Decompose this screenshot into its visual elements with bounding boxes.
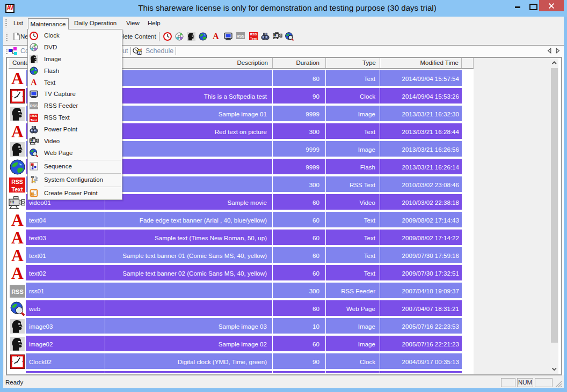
scroll-down-button[interactable] bbox=[550, 365, 558, 374]
nav-left-icon[interactable] bbox=[547, 48, 551, 54]
chevron-up-icon bbox=[550, 58, 558, 68]
app-window: AV This shareware license is only for de… bbox=[0, 0, 567, 392]
table-row-11[interactable]: Atext01Sample text banner 01 (Comic Sans… bbox=[9, 247, 474, 265]
title-bar[interactable]: AV This shareware license is only for de… bbox=[0, 0, 567, 17]
cell-modified-time: 2005/07/16 22:23:53 bbox=[380, 318, 462, 335]
cell-description: Sample image 01 bbox=[105, 106, 273, 122]
menu-option-dvd[interactable]: DVD bbox=[28, 42, 122, 54]
resize-grip[interactable] bbox=[555, 381, 562, 388]
cell-modified-time: 2013/03/21 16:32:30 bbox=[380, 106, 462, 122]
menu-option-system-configuration[interactable]: System Configuration bbox=[28, 174, 122, 186]
dvd-tool-icon[interactable] bbox=[175, 32, 184, 41]
column-header-blank bbox=[462, 58, 474, 68]
svg-text:A: A bbox=[11, 265, 24, 282]
menu-option-rss-text[interactable]: RSSTextRSS Text bbox=[28, 112, 122, 124]
menu-option-sequence[interactable]: Sequence bbox=[28, 161, 122, 173]
cell-type: Web Page bbox=[326, 300, 380, 317]
menu-option-tv-capture[interactable]: TV Capture bbox=[28, 88, 122, 100]
cell-duration: 10 bbox=[273, 318, 326, 335]
table-row-9[interactable]: Atext04Fade edge text banner (Arial , 40… bbox=[9, 212, 474, 230]
svg-text:RSS: RSS bbox=[11, 289, 24, 295]
svg-text:RSS: RSS bbox=[30, 104, 38, 108]
cell-type: Clock bbox=[326, 88, 380, 105]
vertical-scrollbar[interactable] bbox=[550, 58, 558, 374]
close-icon bbox=[549, 3, 554, 9]
menu-option-label: Text bbox=[44, 77, 55, 89]
ppt-tool-icon[interactable] bbox=[261, 32, 270, 41]
menu-option-label: Web Page bbox=[44, 147, 73, 159]
sysconfig-icon bbox=[30, 175, 38, 184]
menu-option-video[interactable]: Video bbox=[28, 136, 122, 147]
menu-option-power-point[interactable]: Power Point bbox=[28, 124, 122, 136]
clock-tool-icon[interactable] bbox=[163, 32, 172, 41]
flash-tool-icon[interactable] bbox=[199, 32, 208, 41]
status-text: Ready bbox=[5, 379, 23, 386]
menu-option-rss-feeder[interactable]: RSSRSS Feeder bbox=[28, 100, 122, 112]
cell-type: Text bbox=[326, 212, 380, 228]
rsstext-tool-icon[interactable]: RSSText bbox=[249, 32, 258, 41]
table-row-15[interactable]: image03Sample image 0310Image2005/07/16 … bbox=[9, 318, 474, 336]
cell-type: Flash bbox=[326, 159, 380, 175]
viewbar-nav bbox=[547, 48, 560, 55]
menu-item-daily-operation[interactable]: Daily Operation bbox=[74, 17, 117, 29]
text-icon: A bbox=[9, 230, 26, 246]
table-row-16[interactable]: image02Sample image 0260Image2005/07/16 … bbox=[9, 336, 474, 353]
menu-option-text[interactable]: AText bbox=[28, 77, 122, 89]
table-row-14[interactable]: web60Web Page2007/04/07 18:31:21 bbox=[9, 300, 474, 318]
blank-icon bbox=[9, 371, 26, 373]
tv-tool-icon[interactable] bbox=[224, 32, 233, 41]
status-pane-num: NUM bbox=[517, 378, 533, 387]
image-tool-icon[interactable] bbox=[187, 32, 196, 41]
column-header-description[interactable]: Description bbox=[105, 58, 273, 68]
flash-icon bbox=[30, 66, 38, 75]
menu-option-image[interactable]: Image bbox=[28, 54, 122, 65]
table-row-12[interactable]: Atext02Sample text banner 02 (Comic Sans… bbox=[9, 265, 474, 283]
scrollbar-thumb[interactable] bbox=[551, 68, 558, 343]
table-row-17[interactable]: Clock02Digital clock (YMD, Time, green)9… bbox=[9, 353, 474, 371]
close-button[interactable] bbox=[539, 0, 564, 11]
toolbar-gripper bbox=[6, 33, 8, 41]
cell-description: Sample text banner 02 (Comic Sans MS, 40… bbox=[105, 265, 273, 282]
column-header-duration[interactable]: Duration bbox=[273, 58, 326, 68]
cell-duration: 60 bbox=[273, 336, 326, 352]
cell-blank bbox=[462, 123, 474, 140]
column-header-modified-time[interactable]: Modified Time bbox=[380, 58, 462, 68]
menu-option-label: Create Power Point bbox=[44, 188, 98, 199]
menu-option-label: TV Capture bbox=[44, 88, 76, 100]
cell-type: RSS Feeder bbox=[326, 283, 380, 299]
menu-option-label: Image bbox=[44, 54, 61, 65]
svg-text:A: A bbox=[31, 78, 37, 87]
cell-blank bbox=[462, 300, 474, 317]
menu-option-web-page[interactable]: Web Page bbox=[28, 147, 122, 159]
web-tool-icon[interactable] bbox=[285, 32, 294, 41]
cell-blank bbox=[462, 106, 474, 122]
video-tool-icon[interactable] bbox=[273, 32, 282, 41]
menu-item-maintenance[interactable]: Maintenance bbox=[28, 18, 69, 29]
nav-right-icon[interactable] bbox=[556, 48, 560, 54]
table-row-10[interactable]: Atext03Sample text (Times New Roman, 50,… bbox=[9, 230, 474, 247]
cell-name bbox=[26, 371, 105, 373]
text-tool-icon[interactable]: A bbox=[212, 32, 221, 41]
menu-option-clock[interactable]: Clock bbox=[28, 30, 122, 42]
menu-option-flash[interactable]: Flash bbox=[28, 65, 122, 77]
scroll-up-button[interactable] bbox=[550, 58, 558, 68]
svg-text:A: A bbox=[11, 70, 24, 87]
cell-modified-time: 2009/08/02 17:14:22 bbox=[380, 230, 462, 246]
cell-description: Sample text (Times New Roman, 50, up) bbox=[105, 230, 273, 246]
table-row-13[interactable]: RSSrss01300RSS Feeder2007/04/10 19:09:37 bbox=[9, 283, 474, 300]
rss-tool-icon[interactable]: RSS bbox=[236, 32, 245, 41]
schedule-view-button[interactable]: Schedule bbox=[146, 47, 173, 55]
menu-option-create-power-point[interactable]: Create Power Point bbox=[28, 188, 122, 199]
text-icon: A bbox=[9, 247, 26, 264]
menubar-gripper bbox=[5, 19, 7, 27]
menu-item-view[interactable]: View bbox=[126, 17, 140, 29]
column-header-type[interactable]: Type bbox=[326, 58, 380, 68]
menu-item-list[interactable]: List bbox=[13, 17, 23, 29]
cell-description: Sample movie bbox=[105, 194, 273, 211]
schedule-view-icon bbox=[133, 47, 142, 56]
cell-duration: 9999 bbox=[273, 141, 326, 158]
table-row-18[interactable] bbox=[9, 371, 474, 373]
svg-text:Text: Text bbox=[31, 117, 37, 121]
cell-type: Video bbox=[326, 194, 380, 211]
menu-item-help[interactable]: Help bbox=[148, 17, 161, 29]
